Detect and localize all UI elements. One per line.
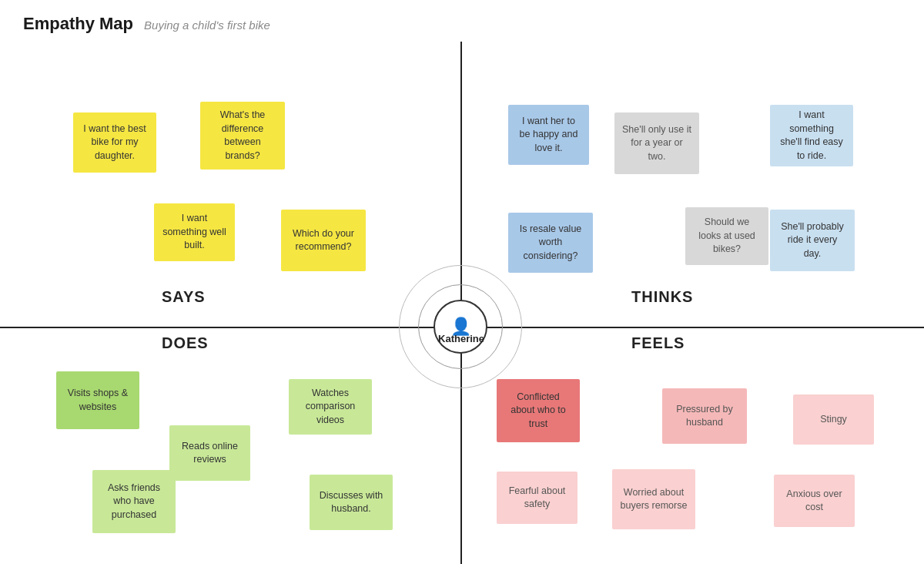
feels-label: FEELS [631,334,685,352]
note-f5: Worried about buyers remorse [612,469,695,529]
note-t5: Should we looks at used bikes? [685,207,768,265]
note-s4: Which do your recommend? [281,210,366,271]
note-d2: Watches comparison videos [289,379,372,435]
note-f2: Pressured by husband [662,388,747,444]
page-title: Empathy Map [23,14,133,34]
note-d1: Visits shops & websites [56,371,139,429]
note-t4: Is resale value worth considering? [508,213,593,273]
does-label: DOES [162,334,209,352]
note-s2: What's the difference between brands? [200,102,285,170]
note-d4: Asks friends who have purchased [92,470,176,533]
note-t3: I want something she'll find easy to rid… [770,105,853,166]
note-f4: Fearful about safety [497,472,578,524]
page-subtitle: Buying a child's first bike [144,18,270,32]
empathy-map-canvas: 👤 Katherine SAYS THINKS DOES FEELS I wan… [0,42,924,564]
note-f1: Conflicted about who to trust [497,379,580,442]
thinks-label: THINKS [631,288,693,306]
note-t6: She'll probably ride it every day. [770,210,855,271]
note-s3: I want something well built. [154,203,235,261]
note-d5: Discusses with husband. [310,475,393,530]
note-d3: Reads online reviews [169,425,250,481]
inner-circle: 👤 [434,300,487,354]
note-t2: She'll only use it for a year or two. [614,112,699,174]
note-f3: Stingy [793,394,874,445]
note-t1: I want her to be happy and love it. [508,105,589,165]
header: Empathy Map Buying a child's first bike [0,0,924,42]
says-label: SAYS [162,288,206,306]
note-f6: Anxious over cost [774,475,855,527]
note-s1: I want the best bike for my daughter. [73,112,156,173]
person-name: Katherine [437,333,485,344]
